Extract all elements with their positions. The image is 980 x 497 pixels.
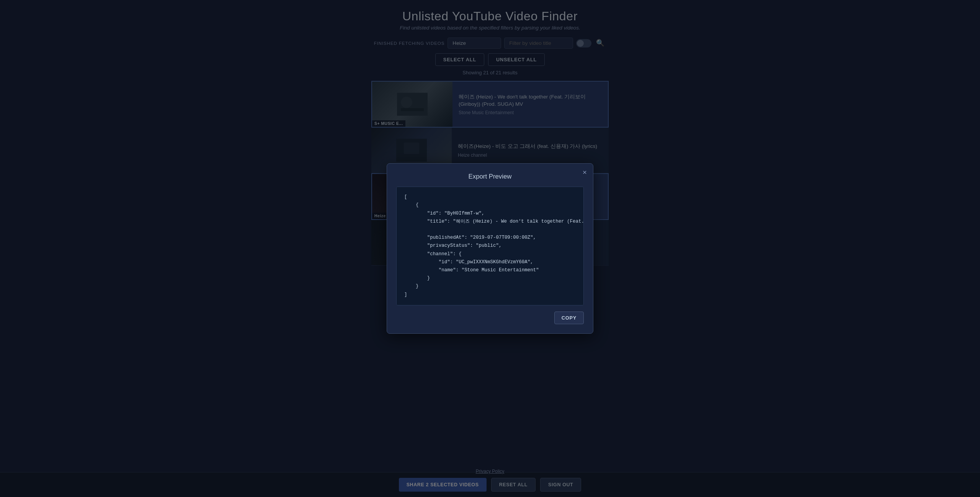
modal-close-button[interactable]: × — [583, 168, 587, 177]
modal-footer: COPY — [396, 312, 584, 324]
modal-title: Export Preview — [396, 173, 584, 180]
modal-overlay[interactable]: Export Preview × [ { "id": "ByH0IfmmT-w"… — [0, 0, 980, 497]
modal-code-content: [ { "id": "ByH0IfmmT-w", "title": "헤이즈 (… — [396, 187, 584, 305]
copy-button[interactable]: COPY — [554, 312, 584, 324]
export-preview-modal: Export Preview × [ { "id": "ByH0IfmmT-w"… — [387, 163, 593, 334]
